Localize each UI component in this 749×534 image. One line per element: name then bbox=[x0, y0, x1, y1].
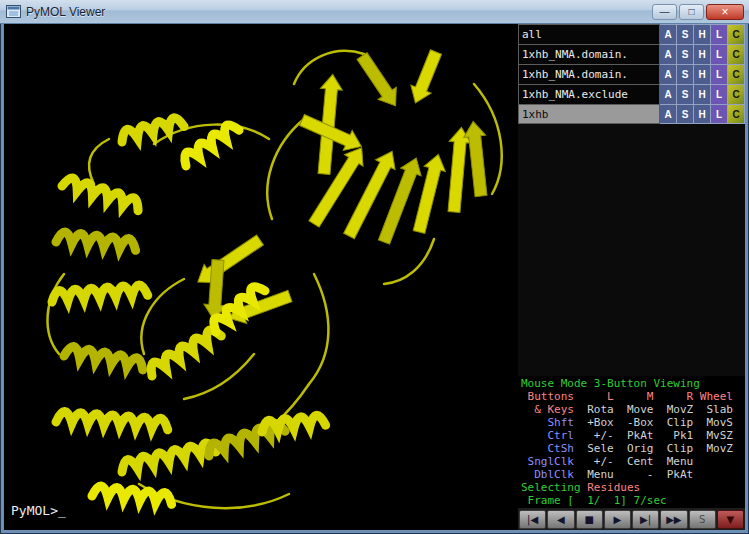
object-row-all: all A S H L C bbox=[518, 24, 745, 44]
object-row: 1xhb_NMA.domain. A S H L C bbox=[518, 64, 745, 84]
object-name[interactable]: 1xhb_NMA.exclude bbox=[518, 84, 660, 104]
label-button[interactable]: L bbox=[711, 44, 728, 64]
app-icon bbox=[6, 5, 21, 18]
step-back-button[interactable]: ◀ bbox=[547, 510, 574, 529]
stop-button[interactable]: ■ bbox=[576, 510, 603, 529]
object-row-selected: 1xhb A S H L C bbox=[518, 104, 745, 124]
go-to-start-button[interactable]: |◀ bbox=[519, 510, 546, 529]
label-button[interactable]: L bbox=[711, 104, 728, 124]
action-button[interactable]: A bbox=[660, 24, 677, 44]
object-list: all A S H L C 1xhb_NMA.domain. A S H L C… bbox=[518, 24, 745, 124]
hide-button[interactable]: H bbox=[694, 84, 711, 104]
frame-line: Frame [ 1/ 1] 7/sec bbox=[521, 494, 745, 507]
mouse-row: SnglClk +/- Cent Menu bbox=[521, 455, 745, 468]
hide-button[interactable]: H bbox=[694, 44, 711, 64]
minimize-button[interactable]: — bbox=[652, 4, 677, 20]
control-panel: all A S H L C 1xhb_NMA.domain. A S H L C… bbox=[518, 24, 745, 530]
object-name[interactable]: 1xhb_NMA.domain. bbox=[518, 64, 660, 84]
step-forward-button[interactable]: ▶| bbox=[632, 510, 659, 529]
alpha-helices-group bbox=[51, 116, 325, 505]
scene-button[interactable]: S bbox=[689, 510, 716, 529]
action-button[interactable]: A bbox=[660, 84, 677, 104]
maximize-button[interactable]: □ bbox=[679, 4, 704, 20]
mouse-row: DblClk Menu - PkAt bbox=[521, 468, 745, 481]
sidebar-background bbox=[518, 124, 745, 376]
play-button[interactable]: ▶ bbox=[604, 510, 631, 529]
object-name[interactable]: 1xhb_NMA.domain. bbox=[518, 44, 660, 64]
color-button[interactable]: C bbox=[728, 84, 745, 104]
hide-button[interactable]: H bbox=[694, 104, 711, 124]
mouse-row: CtSh Sele Orig Clip MovZ bbox=[521, 442, 745, 455]
viewport-3d[interactable]: PyMOL>_ bbox=[4, 24, 518, 530]
main-content: PyMOL>_ all A S H L C 1xhb_NMA.domain. A… bbox=[4, 24, 745, 530]
mouse-row: Buttons L M R Wheel bbox=[521, 390, 745, 403]
protein-structure bbox=[4, 24, 518, 530]
loops-group bbox=[48, 51, 502, 508]
mouse-row: Shft +Box -Box Clip MovS bbox=[521, 416, 745, 429]
show-button[interactable]: S bbox=[677, 44, 694, 64]
mouse-row: Ctrl +/- PkAt Pk1 MvSZ bbox=[521, 429, 745, 442]
hide-panel-button[interactable]: ▼ bbox=[717, 510, 744, 529]
window-title: PyMOL Viewer bbox=[26, 5, 105, 19]
object-row: 1xhb_NMA.domain. A S H L C bbox=[518, 44, 745, 64]
mouse-mode-title[interactable]: Mouse Mode 3-Button Viewing bbox=[521, 377, 745, 390]
show-button[interactable]: S bbox=[677, 84, 694, 104]
pymol-window: PyMOL Viewer — □ × bbox=[0, 0, 749, 534]
show-button[interactable]: S bbox=[677, 24, 694, 44]
hide-button[interactable]: H bbox=[694, 24, 711, 44]
object-row: 1xhb_NMA.exclude A S H L C bbox=[518, 84, 745, 104]
color-button[interactable]: C bbox=[728, 64, 745, 84]
label-button[interactable]: L bbox=[711, 24, 728, 44]
selecting-line[interactable]: Selecting Residues bbox=[521, 481, 745, 494]
object-name[interactable]: all bbox=[518, 24, 660, 44]
label-button[interactable]: L bbox=[711, 84, 728, 104]
mouse-row: & Keys Rota Move MovZ Slab bbox=[521, 403, 745, 416]
color-button[interactable]: C bbox=[728, 104, 745, 124]
close-button[interactable]: × bbox=[706, 4, 744, 20]
movie-controls: |◀ ◀ ■ ▶ ▶| ▶▶ S ▼ bbox=[518, 508, 745, 530]
show-button[interactable]: S bbox=[677, 64, 694, 84]
go-to-end-button[interactable]: ▶▶ bbox=[660, 510, 687, 529]
titlebar[interactable]: PyMOL Viewer — □ × bbox=[0, 0, 749, 24]
window-controls: — □ × bbox=[652, 4, 744, 20]
show-button[interactable]: S bbox=[677, 104, 694, 124]
label-button[interactable]: L bbox=[711, 64, 728, 84]
color-button[interactable]: C bbox=[728, 44, 745, 64]
action-button[interactable]: A bbox=[660, 44, 677, 64]
beta-sheets-group bbox=[192, 48, 492, 329]
action-button[interactable]: A bbox=[660, 64, 677, 84]
hide-button[interactable]: H bbox=[694, 64, 711, 84]
mouse-mode-panel: Mouse Mode 3-Button Viewing Buttons L M … bbox=[518, 376, 745, 508]
color-button[interactable]: C bbox=[728, 24, 745, 44]
command-prompt[interactable]: PyMOL>_ bbox=[11, 503, 66, 518]
object-name[interactable]: 1xhb bbox=[518, 104, 660, 124]
action-button[interactable]: A bbox=[660, 104, 677, 124]
